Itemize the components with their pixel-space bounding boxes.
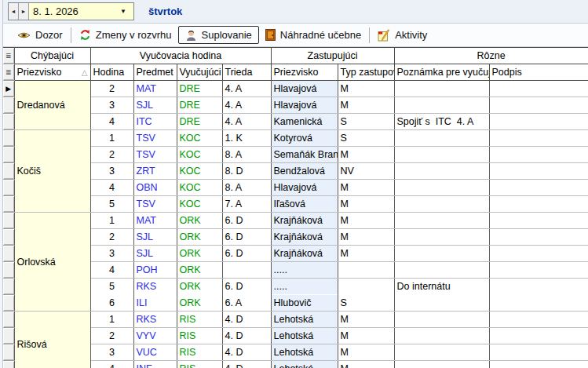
column-header-hodina[interactable]: Hodina: [90, 64, 133, 81]
cell-poznamka[interactable]: [394, 361, 489, 368]
cell-poznamka[interactable]: [394, 312, 489, 328]
row-selector-cell[interactable]: [3, 361, 14, 368]
cell-trieda[interactable]: [222, 262, 271, 279]
cell-typ[interactable]: M: [338, 328, 394, 344]
cell-zastupujuci[interactable]: Lehotská: [271, 361, 338, 368]
cell-podpis[interactable]: [489, 213, 588, 229]
tab-aktivity[interactable]: Aktivity: [371, 27, 433, 44]
cell-zastupujuci[interactable]: Krajňáková: [271, 246, 338, 262]
cell-trieda[interactable]: 8. A: [222, 147, 271, 163]
cell-predmet[interactable]: TSV: [133, 147, 177, 163]
cell-vyucujuci[interactable]: KOC: [177, 130, 222, 147]
cell-predmet[interactable]: VYV: [133, 328, 177, 344]
cell-typ[interactable]: S: [338, 114, 394, 130]
cell-podpis[interactable]: [489, 229, 588, 246]
cell-typ[interactable]: M: [338, 97, 394, 114]
row-selector-cell[interactable]: [3, 163, 14, 180]
cell-hodina[interactable]: 1: [90, 312, 133, 328]
cell-zastupujuci[interactable]: Hlubovič: [271, 295, 338, 312]
cell-poznamka[interactable]: [394, 180, 489, 196]
cell-hodina[interactable]: 4: [90, 114, 133, 130]
cell-typ[interactable]: M: [338, 246, 394, 262]
cell-hodina[interactable]: 3: [90, 246, 133, 262]
cell-trieda[interactable]: 6. A: [222, 295, 271, 312]
cell-podpis[interactable]: [489, 295, 588, 312]
cell-poznamka[interactable]: [394, 229, 489, 246]
cell-podpis[interactable]: [489, 147, 588, 163]
cell-vyucujuci[interactable]: ORK: [177, 246, 222, 262]
cell-trieda[interactable]: 6. D: [222, 246, 271, 262]
absent-teacher-cell[interactable]: Kočiš: [14, 130, 90, 213]
cell-podpis[interactable]: [489, 262, 588, 279]
row-selector-cell[interactable]: [3, 114, 14, 130]
cell-trieda[interactable]: 1. K: [222, 130, 271, 147]
cell-predmet[interactable]: SJL: [133, 246, 177, 262]
column-header-priezvisko-zastupujuci[interactable]: Priezvisko: [271, 64, 338, 81]
cell-hodina[interactable]: 1: [90, 213, 133, 229]
cell-vyucujuci[interactable]: KOC: [177, 163, 222, 180]
cell-predmet[interactable]: OBN: [133, 180, 177, 196]
row-selector-cell[interactable]: [3, 213, 14, 229]
grid-menu-cell[interactable]: ≣: [3, 64, 14, 81]
row-selector-cell[interactable]: [3, 97, 14, 114]
cell-predmet[interactable]: SJL: [133, 229, 177, 246]
row-selector-cell[interactable]: [3, 229, 14, 246]
tab-suplovanie[interactable]: Suplovanie: [178, 26, 259, 44]
cell-poznamka[interactable]: Spojiť s ITC 4. A: [394, 114, 489, 130]
cell-hodina[interactable]: 2: [90, 229, 133, 246]
cell-poznamka[interactable]: [394, 246, 489, 262]
cell-predmet[interactable]: SJL: [133, 97, 177, 114]
cell-podpis[interactable]: [489, 180, 588, 196]
cell-vyucujuci[interactable]: KOC: [177, 147, 222, 163]
cell-zastupujuci[interactable]: Iľašová: [271, 196, 338, 213]
cell-zastupujuci[interactable]: Hlavajová: [271, 180, 338, 196]
column-header-typ-zastupovania[interactable]: Typ zastupov: [338, 64, 394, 81]
cell-poznamka[interactable]: Do internátu: [394, 279, 489, 295]
cell-typ[interactable]: M: [338, 196, 394, 213]
cell-poznamka[interactable]: [394, 196, 489, 213]
cell-predmet[interactable]: TSV: [133, 130, 177, 147]
cell-zastupujuci[interactable]: Semaňák Brando: [271, 147, 338, 163]
cell-hodina[interactable]: 5: [90, 279, 133, 295]
row-selector-cell[interactable]: [3, 130, 14, 147]
cell-vyucujuci[interactable]: KOC: [177, 180, 222, 196]
cell-zastupujuci[interactable]: Hlavajová: [271, 81, 338, 97]
absent-teacher-cell[interactable]: Dredanová: [14, 81, 90, 130]
cell-typ[interactable]: S: [338, 130, 394, 147]
row-selector-cell[interactable]: [3, 344, 14, 361]
cell-predmet[interactable]: POH: [133, 262, 177, 279]
cell-poznamka[interactable]: [394, 97, 489, 114]
cell-typ[interactable]: M: [338, 213, 394, 229]
cell-typ[interactable]: [338, 262, 394, 279]
cell-trieda[interactable]: 4. D: [222, 361, 271, 368]
cell-hodina[interactable]: 2: [90, 328, 133, 344]
cell-vyucujuci[interactable]: DRE: [177, 114, 222, 130]
cell-vyucujuci[interactable]: DRE: [177, 97, 222, 114]
absent-teacher-cell[interactable]: Rišová: [14, 312, 90, 368]
cell-podpis[interactable]: [489, 114, 588, 130]
cell-trieda[interactable]: 8. D: [222, 163, 271, 180]
column-header-trieda[interactable]: Trieda: [222, 64, 271, 81]
cell-typ[interactable]: M: [338, 344, 394, 361]
cell-typ[interactable]: NV: [338, 163, 394, 180]
row-selector-cell[interactable]: [3, 295, 14, 312]
row-selector-cell[interactable]: [3, 312, 14, 328]
cell-podpis[interactable]: [489, 196, 588, 213]
cell-trieda[interactable]: 8. A: [222, 180, 271, 196]
cell-poznamka[interactable]: [394, 130, 489, 147]
cell-podpis[interactable]: [489, 246, 588, 262]
cell-vyucujuci[interactable]: RIS: [177, 344, 222, 361]
cell-predmet[interactable]: RKS: [133, 312, 177, 328]
cell-trieda[interactable]: 4. A: [222, 97, 271, 114]
cell-podpis[interactable]: [489, 97, 588, 114]
cell-predmet[interactable]: MAT: [133, 81, 177, 97]
cell-poznamka[interactable]: [394, 81, 489, 97]
cell-typ[interactable]: M: [338, 229, 394, 246]
cell-predmet[interactable]: RKS: [133, 279, 177, 295]
cell-hodina[interactable]: 3: [90, 163, 133, 180]
cell-zastupujuci[interactable]: Kotyrová: [271, 130, 338, 147]
cell-typ[interactable]: M: [338, 147, 394, 163]
tab-nahradne-ucebne[interactable]: Náhradné učebne: [259, 27, 367, 43]
cell-podpis[interactable]: [489, 81, 588, 97]
cell-predmet[interactable]: ITC: [133, 114, 177, 130]
